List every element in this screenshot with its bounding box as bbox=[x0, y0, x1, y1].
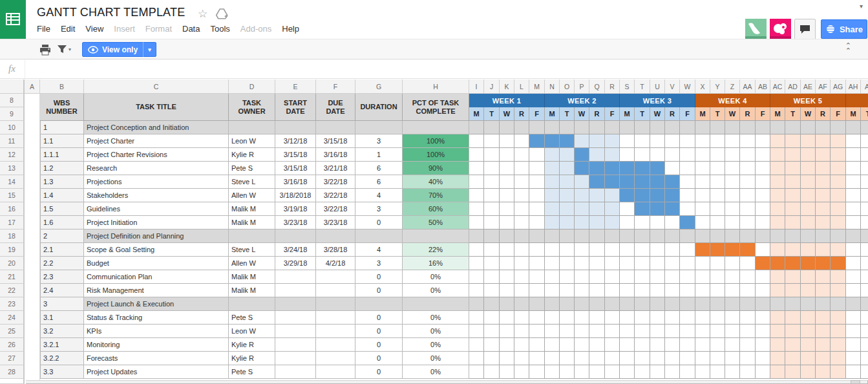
cell-C13[interactable]: Research bbox=[84, 162, 229, 175]
cell-G13[interactable]: 6 bbox=[355, 162, 403, 175]
cell-H17[interactable]: 50% bbox=[403, 216, 469, 229]
gantt-cell-U25[interactable] bbox=[650, 325, 665, 338]
cell-G24[interactable]: 0 bbox=[355, 311, 403, 325]
gantt-cell-Q18[interactable] bbox=[589, 229, 605, 243]
gantt-cell-R23[interactable] bbox=[605, 297, 620, 311]
gantt-cell-N18[interactable] bbox=[545, 229, 560, 243]
header-due[interactable]: DUE DATE bbox=[316, 94, 355, 121]
gantt-cell-O14[interactable] bbox=[560, 175, 575, 189]
gantt-cell-AH15[interactable] bbox=[846, 189, 861, 202]
gantt-cell-AE18[interactable] bbox=[801, 229, 816, 243]
gantt-cell-U13[interactable] bbox=[650, 162, 665, 175]
gantt-cell-W22[interactable] bbox=[680, 284, 695, 297]
cell-G28[interactable]: 0 bbox=[355, 365, 403, 379]
gantt-cell-AC27[interactable] bbox=[770, 352, 785, 365]
cell-F11[interactable]: 3/15/18 bbox=[316, 134, 355, 148]
gantt-cell-S20[interactable] bbox=[620, 257, 635, 270]
cell-F10[interactable] bbox=[316, 121, 355, 134]
gantt-cell-R12[interactable] bbox=[605, 148, 620, 162]
gantt-cell-T23[interactable] bbox=[635, 297, 650, 311]
gantt-cell-AG16[interactable] bbox=[831, 202, 846, 216]
gantt-cell-I13[interactable] bbox=[469, 162, 484, 175]
gantt-cell-J14[interactable] bbox=[484, 175, 500, 189]
gantt-cell-T17[interactable] bbox=[635, 216, 650, 229]
gantt-cell-AE16[interactable] bbox=[801, 202, 816, 216]
gantt-cell-AI20[interactable] bbox=[861, 257, 868, 270]
gantt-cell-AE24[interactable] bbox=[801, 311, 816, 325]
cell-H23[interactable] bbox=[403, 297, 469, 311]
gantt-cell-AE27[interactable] bbox=[801, 352, 816, 365]
col-header-V[interactable]: V bbox=[665, 80, 680, 94]
gantt-cell-U19[interactable] bbox=[650, 243, 665, 257]
gantt-cell-J19[interactable] bbox=[484, 243, 500, 257]
gantt-cell-K26[interactable] bbox=[500, 338, 514, 352]
gantt-cell-AI16[interactable] bbox=[861, 202, 868, 216]
gantt-cell-AA16[interactable] bbox=[740, 202, 756, 216]
gantt-cell-O12[interactable] bbox=[560, 148, 575, 162]
row-header-17[interactable]: 17 bbox=[0, 216, 25, 229]
gantt-cell-O20[interactable] bbox=[560, 257, 575, 270]
cell-F16[interactable]: 3/22/18 bbox=[316, 202, 355, 216]
gantt-cell-K15[interactable] bbox=[500, 189, 514, 202]
gantt-cell-AD23[interactable] bbox=[785, 297, 801, 311]
col-header-Q[interactable]: Q bbox=[589, 80, 605, 94]
gantt-cell-U17[interactable] bbox=[650, 216, 665, 229]
gantt-cell-X13[interactable] bbox=[695, 162, 710, 175]
gantt-cell-U26[interactable] bbox=[650, 338, 665, 352]
day-header-AI[interactable]: T bbox=[861, 107, 868, 121]
gantt-cell-Y21[interactable] bbox=[710, 270, 725, 284]
cell-E12[interactable]: 3/15/18 bbox=[275, 148, 316, 162]
gantt-cell-X10[interactable] bbox=[695, 121, 710, 134]
gantt-cell-J26[interactable] bbox=[484, 338, 500, 352]
cell-D11[interactable]: Leon W bbox=[229, 134, 275, 148]
gantt-cell-S15[interactable] bbox=[620, 189, 635, 202]
cell-D21[interactable]: Malik M bbox=[229, 270, 275, 284]
gantt-cell-AE23[interactable] bbox=[801, 297, 816, 311]
gantt-cell-AI14[interactable] bbox=[861, 175, 868, 189]
cell-B24[interactable]: 3.1 bbox=[40, 311, 84, 325]
cell-F12[interactable]: 3/16/18 bbox=[316, 148, 355, 162]
gantt-cell-J13[interactable] bbox=[484, 162, 500, 175]
gantt-cell-Z20[interactable] bbox=[725, 257, 740, 270]
star-icon[interactable]: ☆ bbox=[198, 7, 207, 21]
gantt-cell-M16[interactable] bbox=[529, 202, 545, 216]
gantt-cell-Z25[interactable] bbox=[725, 325, 740, 338]
row-header-27[interactable]: 27 bbox=[0, 352, 25, 365]
gantt-cell-AF10[interactable] bbox=[816, 121, 831, 134]
gantt-cell-Z11[interactable] bbox=[725, 134, 740, 148]
col-header-W[interactable]: W bbox=[680, 80, 695, 94]
cell-F15[interactable]: 3/22/18 bbox=[316, 189, 355, 202]
cell-H21[interactable]: 0% bbox=[403, 270, 469, 284]
gantt-cell-AA25[interactable] bbox=[740, 325, 756, 338]
gantt-cell-V26[interactable] bbox=[665, 338, 680, 352]
cell-D23[interactable] bbox=[229, 297, 275, 311]
gantt-cell-AF26[interactable] bbox=[816, 338, 831, 352]
cell-E16[interactable]: 3/19/18 bbox=[275, 202, 316, 216]
gantt-cell-K25[interactable] bbox=[500, 325, 514, 338]
row-header-10[interactable]: 10 bbox=[0, 121, 25, 134]
col-header-I[interactable]: I bbox=[469, 80, 484, 94]
col-header-D[interactable]: D bbox=[229, 80, 275, 94]
gantt-cell-P25[interactable] bbox=[575, 325, 589, 338]
gantt-cell-V13[interactable] bbox=[665, 162, 680, 175]
gantt-cell-AC19[interactable] bbox=[770, 243, 785, 257]
gantt-cell-X11[interactable] bbox=[695, 134, 710, 148]
cell-H22[interactable]: 0% bbox=[403, 284, 469, 297]
gantt-cell-AC20[interactable] bbox=[770, 257, 785, 270]
gantt-cell-J27[interactable] bbox=[484, 352, 500, 365]
cell-G20[interactable]: 3 bbox=[355, 257, 403, 270]
gantt-cell-V15[interactable] bbox=[665, 189, 680, 202]
gantt-cell-T10[interactable] bbox=[635, 121, 650, 134]
gantt-cell-AH24[interactable] bbox=[846, 311, 861, 325]
gantt-cell-AF11[interactable] bbox=[816, 134, 831, 148]
gantt-cell-O18[interactable] bbox=[560, 229, 575, 243]
col-header-N[interactable]: N bbox=[545, 80, 560, 94]
gantt-cell-P20[interactable] bbox=[575, 257, 589, 270]
gantt-cell-R13[interactable] bbox=[605, 162, 620, 175]
gantt-cell-Q11[interactable] bbox=[589, 134, 605, 148]
gantt-cell-N20[interactable] bbox=[545, 257, 560, 270]
row-header-24[interactable]: 24 bbox=[0, 311, 25, 325]
gantt-cell-Y10[interactable] bbox=[710, 121, 725, 134]
cell-D18[interactable] bbox=[229, 229, 275, 243]
gantt-cell-AA26[interactable] bbox=[740, 338, 756, 352]
